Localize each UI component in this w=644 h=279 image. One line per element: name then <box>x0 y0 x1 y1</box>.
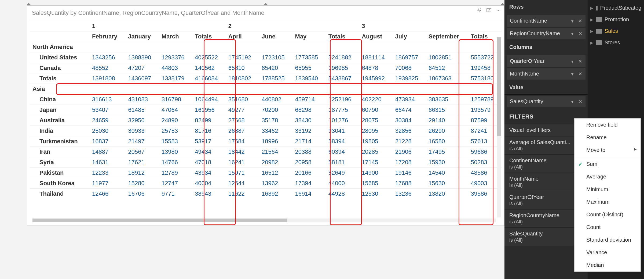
cell-value[interactable]: 17394 <box>292 178 325 189</box>
cell-value[interactable]: 16241 <box>226 157 259 168</box>
ctx-maximum[interactable]: Maximum <box>575 196 641 208</box>
ctx-move-to[interactable]: Move to <box>575 144 641 156</box>
fields-table-item[interactable]: ▶ Sales <box>588 25 644 37</box>
cell-value[interactable]: 12530 <box>359 189 392 199</box>
cell-value[interactable]: 473934 <box>393 94 426 105</box>
cell-value[interactable]: 60394 <box>326 147 359 157</box>
quarter-header[interactable]: 3 <box>359 21 502 31</box>
cell-value[interactable]: 15930 <box>426 157 468 168</box>
cell-value[interactable]: 20285 <box>359 147 392 157</box>
cell-value[interactable]: 87241 <box>468 126 502 136</box>
cell-value[interactable]: 5438867 <box>326 73 359 84</box>
cell-value[interactable]: 58181 <box>326 157 359 168</box>
cell-value[interactable]: 44000 <box>326 178 359 189</box>
column-header[interactable]: January <box>126 31 159 42</box>
col-field-well[interactable]: QuarterOfYear▼ ✕ <box>507 55 586 67</box>
row-header[interactable]: Thailand <box>30 189 89 199</box>
cell-value[interactable]: 21228 <box>393 136 426 147</box>
fields-table-item[interactable]: ▶ ProductSubcateg <box>588 2 644 14</box>
cell-value[interactable]: 47207 <box>126 63 159 73</box>
cell-value[interactable]: 140562 <box>192 63 225 73</box>
cell-value[interactable]: 1788525 <box>259 73 292 84</box>
cell-value[interactable]: 25753 <box>159 126 192 136</box>
cell-value[interactable]: 32950 <box>126 115 159 126</box>
cell-value[interactable]: 16512 <box>259 168 292 178</box>
cell-value[interactable]: 383635 <box>426 94 468 105</box>
cell-value[interactable]: 5241882 <box>326 52 359 63</box>
cell-value[interactable]: 27668 <box>226 115 259 126</box>
row-header[interactable]: Australia <box>30 115 89 126</box>
ctx-stdev[interactable]: Standard deviation <box>575 234 641 246</box>
cell-value[interactable]: 11622 <box>226 189 259 199</box>
cell-value[interactable]: 316613 <box>89 94 125 105</box>
cell-value[interactable]: 64878 <box>359 63 392 73</box>
cell-value[interactable]: 316798 <box>159 94 192 105</box>
ctx-rename[interactable]: Rename <box>575 131 641 144</box>
column-header[interactable]: February <box>89 31 125 42</box>
cell-value[interactable]: 70068 <box>393 63 426 73</box>
cell-value[interactable]: 12747 <box>159 178 192 189</box>
row-group-header[interactable]: North America <box>30 42 502 52</box>
cell-value[interactable]: 44803 <box>159 63 192 73</box>
resize-handle[interactable] <box>263 3 268 5</box>
remove-field-icon[interactable]: ✕ <box>578 99 582 104</box>
cell-value[interactable]: 1252196 <box>326 94 359 105</box>
remove-field-icon[interactable]: ✕ <box>578 59 582 64</box>
cell-value[interactable]: 16837 <box>89 136 125 147</box>
cell-value[interactable]: 1338179 <box>159 73 192 84</box>
row-field-well[interactable]: RegionCountryName▼ ✕ <box>507 28 586 39</box>
cell-value[interactable]: 16914 <box>292 189 325 199</box>
ctx-count[interactable]: Count <box>575 221 641 234</box>
col-field-well[interactable]: MonthName▼ ✕ <box>507 68 586 80</box>
cell-value[interactable]: 17684 <box>226 136 259 147</box>
cell-value[interactable]: 18996 <box>259 136 292 147</box>
cell-value[interactable]: 1939825 <box>393 73 426 84</box>
cell-value[interactable]: 1391808 <box>89 73 125 84</box>
cell-value[interactable]: 15630 <box>426 178 468 189</box>
cell-value[interactable]: 59686 <box>468 147 502 157</box>
cell-value[interactable]: 44928 <box>326 189 359 199</box>
cell-value[interactable]: 431083 <box>126 94 159 105</box>
cell-value[interactable]: 101276 <box>326 115 359 126</box>
ctx-minimum[interactable]: Minimum <box>575 183 641 196</box>
column-header[interactable]: Totals <box>468 31 502 42</box>
expand-icon[interactable]: ▶ <box>590 29 593 33</box>
cell-value[interactable]: 39586 <box>468 189 502 199</box>
cell-value[interactable]: 60790 <box>359 105 392 115</box>
cell-value[interactable]: 21906 <box>393 147 426 157</box>
cell-value[interactable]: 30933 <box>126 126 159 136</box>
cell-value[interactable]: 1945992 <box>359 73 392 84</box>
cell-value[interactable]: 196985 <box>326 63 359 73</box>
cell-value[interactable]: 14900 <box>359 168 392 178</box>
cell-value[interactable]: 40004 <box>192 178 225 189</box>
cell-value[interactable]: 53917 <box>192 136 225 147</box>
horizontal-scrollbar[interactable] <box>32 219 496 222</box>
focus-mode-icon[interactable] <box>486 7 492 13</box>
fields-table-item[interactable]: ▶ Promotion <box>588 14 644 25</box>
cell-value[interactable]: 20388 <box>292 147 325 157</box>
cell-value[interactable]: 30384 <box>393 115 426 126</box>
more-options-icon[interactable]: ⋯ <box>496 7 502 13</box>
cell-value[interactable]: 14766 <box>159 157 192 168</box>
cell-value[interactable]: 16706 <box>126 189 159 199</box>
cell-value[interactable]: 14631 <box>89 157 125 168</box>
expand-icon[interactable]: ▶ <box>590 41 593 45</box>
cell-value[interactable]: 66474 <box>393 105 426 115</box>
cell-value[interactable]: 1839540 <box>292 73 325 84</box>
cell-value[interactable]: 65420 <box>259 63 292 73</box>
cell-value[interactable]: 47018 <box>192 157 225 168</box>
pin-icon[interactable] <box>476 7 482 13</box>
cell-value[interactable]: 15685 <box>359 178 392 189</box>
cell-value[interactable]: 1810802 <box>226 73 259 84</box>
cell-value[interactable]: 4166084 <box>192 73 225 84</box>
row-field-well[interactable]: ContinentName▼ ✕ <box>507 15 586 27</box>
cell-value[interactable]: 13980 <box>159 147 192 157</box>
cell-value[interactable]: 26290 <box>426 126 468 136</box>
row-group-header[interactable]: Asia <box>30 84 502 94</box>
remove-field-icon[interactable]: ✕ <box>578 18 582 24</box>
cell-value[interactable]: 12644 <box>226 178 259 189</box>
cell-value[interactable]: 24890 <box>159 115 192 126</box>
row-header[interactable]: Syria <box>30 157 89 168</box>
cell-value[interactable]: 49003 <box>468 178 502 189</box>
cell-value[interactable]: 21497 <box>126 136 159 147</box>
